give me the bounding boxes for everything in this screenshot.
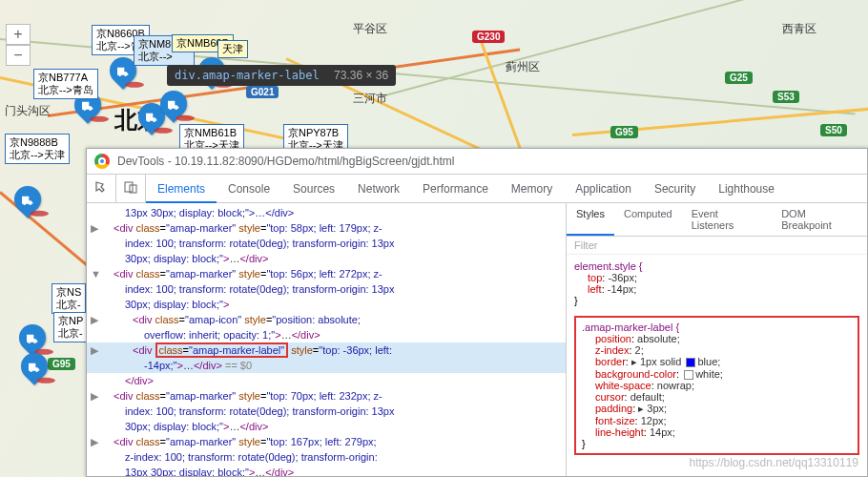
city-label: 门头沟区 bbox=[5, 103, 51, 119]
city-label: 西青区 bbox=[782, 21, 816, 37]
selected-dom-node[interactable]: ▶<div class="amap-marker-label" style="t… bbox=[87, 342, 566, 358]
tab-lighthouse[interactable]: Lighthouse bbox=[707, 176, 786, 201]
devtools-window: DevTools - 10.19.11.82:8090/HGDemo/html/… bbox=[86, 148, 868, 477]
tooltip-selector: div.amap-marker-label bbox=[175, 69, 320, 82]
chrome-icon bbox=[94, 154, 110, 169]
css-property[interactable]: top: -36px; bbox=[588, 272, 859, 283]
road-shield: G95 bbox=[48, 358, 75, 370]
tab-console[interactable]: Console bbox=[217, 176, 281, 201]
elements-panel[interactable]: 13px 30px; display: block;">…</div> ▶<di… bbox=[87, 203, 567, 476]
tab-security[interactable]: Security bbox=[643, 176, 707, 201]
map-marker-label[interactable]: 京NS北京- bbox=[52, 283, 86, 314]
tab-performance[interactable]: Performance bbox=[411, 176, 500, 201]
tab-network[interactable]: Network bbox=[346, 176, 411, 201]
map-marker-label[interactable]: 京N9888B北京-->天津 bbox=[5, 134, 70, 164]
css-property[interactable]: padding: ▸ 3px; bbox=[595, 403, 852, 415]
road-shield: G230 bbox=[472, 31, 505, 43]
css-property[interactable]: background-color: white; bbox=[595, 368, 852, 380]
inspector-tooltip: div.amap-marker-label 73.36 × 36 bbox=[167, 65, 396, 86]
city-label: 蓟州区 bbox=[506, 59, 540, 75]
styles-panel: StylesComputedEvent ListenersDOM Breakpo… bbox=[567, 203, 867, 476]
road-shield: S50 bbox=[820, 124, 847, 136]
tab-computed[interactable]: Computed bbox=[614, 203, 682, 236]
tab-event-listeners[interactable]: Event Listeners bbox=[682, 203, 772, 236]
svg-rect-0 bbox=[125, 182, 133, 192]
tab-styles[interactable]: Styles bbox=[567, 203, 614, 236]
tab-sources[interactable]: Sources bbox=[281, 176, 346, 201]
road-shield: G95 bbox=[610, 126, 638, 138]
css-property[interactable]: border: ▸ 1px solid blue; bbox=[595, 356, 852, 368]
css-property[interactable]: line-height: 14px; bbox=[595, 426, 852, 438]
tab-elements[interactable]: Elements bbox=[146, 176, 217, 203]
zoom-in-button[interactable]: + bbox=[6, 24, 31, 45]
css-property[interactable]: font-size: 12px; bbox=[595, 415, 852, 426]
css-property[interactable]: z-index: 2; bbox=[595, 344, 852, 356]
inspect-icon[interactable] bbox=[87, 175, 116, 202]
road-shield: G25 bbox=[725, 72, 753, 84]
map-marker-pin[interactable] bbox=[13, 319, 52, 357]
tab-dom-breakpoint[interactable]: DOM Breakpoint bbox=[772, 203, 867, 236]
highlighted-css-rule: .amap-marker-label { position: absolute;… bbox=[574, 316, 859, 455]
city-label: 平谷区 bbox=[353, 21, 387, 37]
devtools-title-text: DevTools - 10.19.11.82:8090/HGDemo/html/… bbox=[117, 155, 455, 168]
styles-filter[interactable]: Filter bbox=[567, 237, 867, 255]
devtools-toolbar: ElementsConsoleSourcesNetworkPerformance… bbox=[87, 175, 867, 203]
zoom-control: + − bbox=[6, 24, 31, 66]
map-marker-label[interactable]: 京NB777A北京-->青岛 bbox=[33, 69, 98, 99]
devtools-titlebar[interactable]: DevTools - 10.19.11.82:8090/HGDemo/html/… bbox=[87, 149, 867, 175]
map-marker-label[interactable]: 京NP北京- bbox=[53, 312, 88, 342]
map-marker-pin[interactable] bbox=[9, 180, 47, 218]
zoom-out-button[interactable]: − bbox=[6, 45, 31, 66]
css-property[interactable]: position: absolute; bbox=[595, 333, 852, 344]
styles-tabs: StylesComputedEvent ListenersDOM Breakpo… bbox=[567, 203, 867, 237]
css-property[interactable]: white-space: nowrap; bbox=[595, 380, 852, 391]
tooltip-dimensions: 73.36 × 36 bbox=[334, 69, 388, 82]
watermark: https://blog.csdn.net/qq13310119 bbox=[690, 456, 858, 469]
tab-memory[interactable]: Memory bbox=[500, 176, 564, 201]
road-shield: G021 bbox=[246, 86, 279, 98]
road-shield: S53 bbox=[773, 91, 799, 103]
city-label: 三河市 bbox=[353, 91, 387, 107]
map-marker-label[interactable]: 天津 bbox=[217, 40, 248, 58]
styles-content[interactable]: element.style { top: -36px;left: -14px; … bbox=[567, 255, 867, 476]
tab-application[interactable]: Application bbox=[564, 176, 643, 201]
css-property[interactable]: cursor: default; bbox=[595, 391, 852, 403]
css-property[interactable]: left: -14px; bbox=[588, 283, 859, 295]
device-toggle-icon[interactable] bbox=[116, 175, 146, 202]
